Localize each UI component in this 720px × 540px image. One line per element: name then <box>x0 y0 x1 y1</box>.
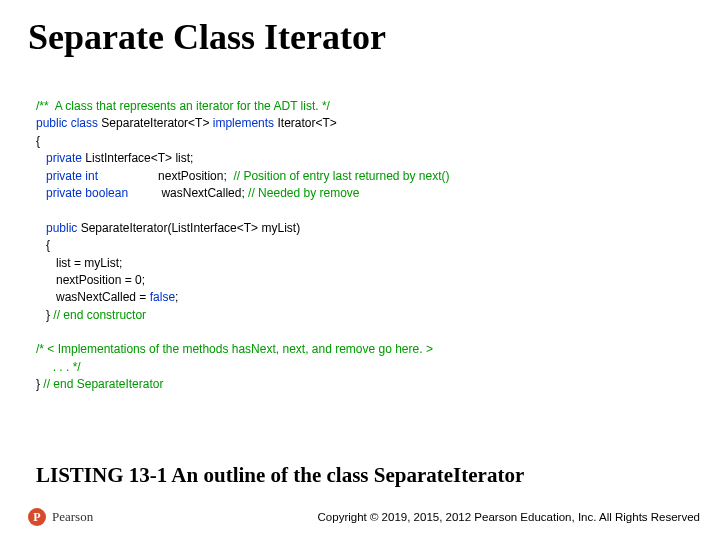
copyright-text: Copyright © 2019, 2015, 2012 Pearson Edu… <box>318 511 700 523</box>
code-keyword: public class <box>36 116 98 130</box>
footer: P Pearson Copyright © 2019, 2015, 2012 P… <box>28 508 700 526</box>
code-keyword: implements <box>213 116 274 130</box>
code-comment: // end SeparateIterator <box>43 377 163 391</box>
code-text: nextPosition; <box>98 169 233 183</box>
code-text: nextPosition = 0; <box>36 273 145 287</box>
code-comment: // Position of entry last returned by ne… <box>233 169 449 183</box>
code-keyword: public <box>36 221 77 235</box>
code-comment: /* < Implementations of the methods hasN… <box>36 342 433 356</box>
code-blank <box>36 203 39 217</box>
code-keyword: private int <box>36 169 98 183</box>
code-comment: . . . */ <box>36 360 81 374</box>
publisher-logo: P Pearson <box>28 508 93 526</box>
logo-text: Pearson <box>52 509 93 525</box>
code-text: } <box>36 308 53 322</box>
slide: Separate Class Iterator /** A class that… <box>0 0 720 540</box>
code-listing: /** A class that represents an iterator … <box>36 98 692 394</box>
code-comment: /** A class that represents an iterator … <box>36 99 330 113</box>
code-blank <box>36 325 39 339</box>
code-text: ListInterface<T> list; <box>82 151 193 165</box>
logo-mark-icon: P <box>28 508 46 526</box>
code-text: SeparateIterator(ListInterface<T> myList… <box>77 221 300 235</box>
code-comment: // end constructor <box>53 308 146 322</box>
code-text: ; <box>175 290 178 304</box>
code-text: wasNextCalled; <box>128 186 248 200</box>
code-keyword: false <box>150 290 175 304</box>
code-text: { <box>36 134 40 148</box>
code-text: SeparateIterator<T> <box>98 116 213 130</box>
page-title: Separate Class Iterator <box>28 16 692 58</box>
code-keyword: private boolean <box>36 186 128 200</box>
code-keyword: private <box>36 151 82 165</box>
code-text: Iterator<T> <box>274 116 337 130</box>
code-text: wasNextCalled = <box>36 290 150 304</box>
code-comment: // Needed by remove <box>248 186 359 200</box>
listing-caption: LISTING 13-1 An outline of the class Sep… <box>36 463 696 488</box>
code-text: list = myList; <box>36 256 122 270</box>
code-text: { <box>36 238 50 252</box>
